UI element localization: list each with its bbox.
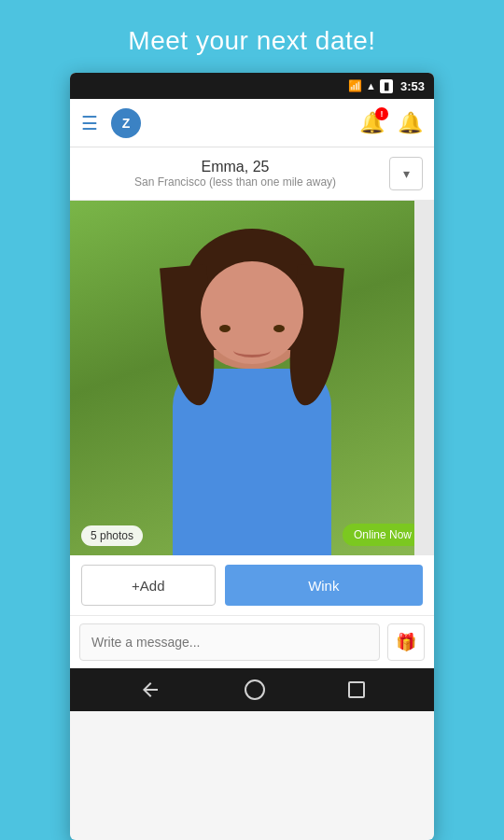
android-nav-bar — [70, 668, 434, 711]
time-display: 3:53 — [400, 79, 425, 93]
profile-header: Emma, 25 San Francisco (less than one mi… — [70, 147, 434, 201]
notification-button[interactable]: 🔔 ! — [359, 111, 385, 135]
wink-button[interactable]: Wink — [225, 565, 423, 606]
person-figure — [131, 219, 373, 555]
online-status-badge: Online Now — [343, 524, 423, 546]
smile — [233, 343, 271, 357]
bell-icon[interactable]: 🔔 — [398, 111, 423, 135]
notification-badge: ! — [375, 107, 388, 120]
header-right: 🔔 ! 🔔 — [359, 111, 423, 135]
profile-location: San Francisco (less than one mile away) — [81, 175, 389, 189]
recent-apps-icon — [348, 681, 365, 698]
gift-icon: 🎁 — [396, 632, 416, 652]
photo-count-badge[interactable]: 5 photos — [81, 525, 143, 546]
home-circle-icon — [245, 679, 265, 700]
photo-side-strip — [414, 201, 434, 555]
action-buttons: +Add Wink — [70, 555, 434, 615]
left-eye — [219, 325, 231, 332]
header-left: ☰ Z — [81, 108, 141, 138]
signal-icon: ▲ — [366, 80, 376, 91]
wifi-icon: 📶 — [348, 79, 362, 92]
phone-frame: 📶 ▲ ▮ 3:53 ☰ Z 🔔 ! 🔔 Emma, 25 San Franci… — [70, 73, 434, 840]
chevron-down-icon: ▾ — [403, 166, 410, 181]
status-icons: 📶 ▲ ▮ 3:53 — [348, 79, 425, 93]
hamburger-icon[interactable]: ☰ — [81, 112, 98, 134]
status-bar: 📶 ▲ ▮ 3:53 — [70, 73, 434, 99]
gift-button[interactable]: 🎁 — [387, 623, 425, 661]
face — [201, 261, 303, 364]
message-bar: 🎁 — [70, 615, 434, 668]
profile-dropdown-button[interactable]: ▾ — [389, 157, 423, 190]
profile-name: Emma, 25 — [81, 159, 389, 175]
message-input[interactable] — [79, 623, 380, 661]
photo-overlay: 5 photos Online Now — [70, 514, 434, 555]
logo-letter: Z — [122, 116, 131, 131]
eyes — [219, 325, 285, 332]
page-title: Meet your next date! — [128, 26, 375, 56]
app-header: ☰ Z 🔔 ! 🔔 — [70, 99, 434, 147]
back-button[interactable] — [139, 679, 161, 701]
profile-photo-area[interactable]: 5 photos Online Now — [70, 201, 434, 555]
profile-info: Emma, 25 San Francisco (less than one mi… — [81, 159, 389, 189]
battery-icon: ▮ — [380, 79, 393, 93]
add-button[interactable]: +Add — [81, 565, 216, 606]
photo-placeholder — [70, 201, 434, 555]
recent-apps-button[interactable] — [348, 681, 365, 698]
right-eye — [273, 325, 285, 332]
home-button[interactable] — [245, 679, 265, 700]
app-logo[interactable]: Z — [111, 108, 141, 138]
